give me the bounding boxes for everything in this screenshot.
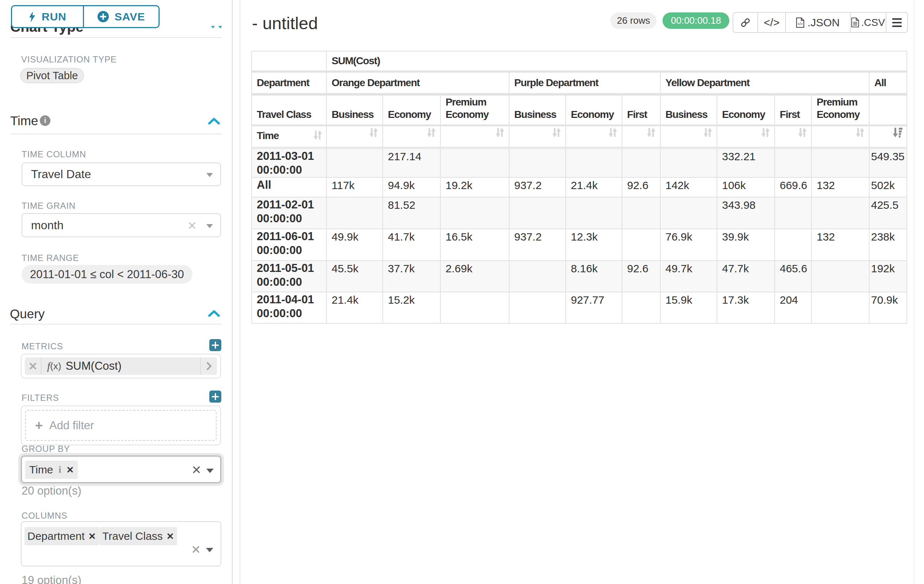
svg-text:</>: </> <box>797 22 803 26</box>
